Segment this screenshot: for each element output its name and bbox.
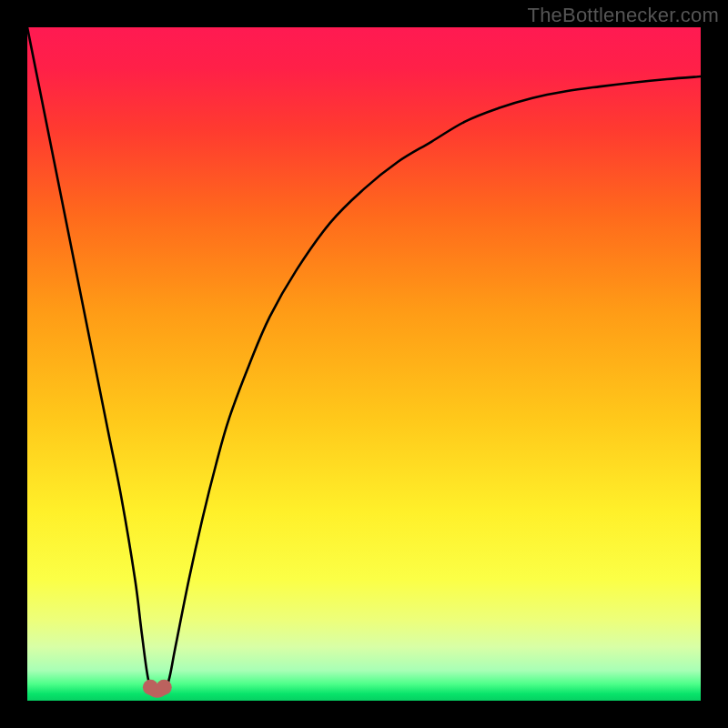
marker-dot [143, 680, 158, 695]
plot-area [27, 27, 701, 701]
curve-layer [27, 27, 701, 701]
watermark-text: TheBottlenecker.com [528, 4, 719, 27]
chart-frame: TheBottlenecker.com [0, 0, 728, 728]
bottleneck-curve [27, 27, 701, 696]
marker-dot [157, 680, 172, 695]
curve-minimum-markers [143, 680, 172, 695]
